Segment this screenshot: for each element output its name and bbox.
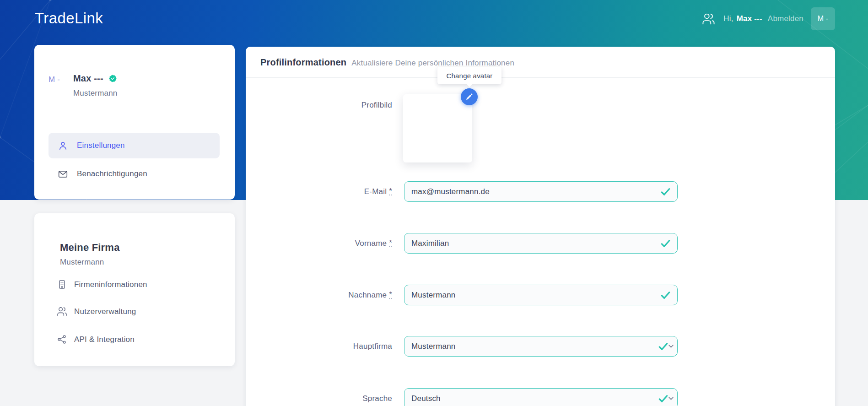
envelope-icon xyxy=(57,169,68,179)
chevron-down-icon xyxy=(669,345,674,348)
form-row-nachname: Nachname* xyxy=(246,285,835,305)
greeting-prefix: Hi, xyxy=(723,14,733,23)
valid-check-icon xyxy=(660,186,671,197)
sidebar-item-benachrichtigungen[interactable]: Benachrichtigungen xyxy=(49,161,220,187)
verified-badge-icon xyxy=(108,74,117,83)
sprache-select[interactable] xyxy=(404,388,678,406)
tradelink-logo[interactable]: TradeLink xyxy=(35,10,103,27)
email-label: E-Mail* xyxy=(246,181,392,202)
required-asterisk: * xyxy=(389,239,392,247)
sidebar-item-label: Firmeninformationen xyxy=(74,280,147,289)
profile-information-panel: Profilinformationen Aktualisiere Deine p… xyxy=(246,47,835,406)
pencil-icon xyxy=(465,93,473,101)
edit-avatar-button[interactable] xyxy=(461,88,478,105)
vorname-label: Vorname* xyxy=(246,233,392,254)
share-network-icon xyxy=(56,334,68,345)
form-row-sprache: Sprache xyxy=(246,388,835,406)
form-row-vorname: Vorname* xyxy=(246,233,835,254)
email-field[interactable] xyxy=(404,181,678,202)
profilbild-label: Profilbild xyxy=(246,101,392,110)
users-icon xyxy=(56,306,68,317)
sidebar-item-label: Nutzerverwaltung xyxy=(74,307,136,316)
valid-check-icon xyxy=(660,238,671,249)
profile-picture-box[interactable] xyxy=(403,94,472,162)
sidebar-item-api-integration[interactable]: API & Integration xyxy=(56,334,135,345)
change-avatar-tooltip: Change avatar xyxy=(437,67,501,84)
user-avatar-chip[interactable]: M - xyxy=(811,7,835,30)
form-row-email: E-Mail* xyxy=(246,181,835,202)
sprache-label: Sprache xyxy=(246,388,392,406)
form-row-hauptfirma: Hauptfirma xyxy=(246,336,835,357)
profile-initials: M - xyxy=(49,75,73,98)
tooltip-text: Change avatar xyxy=(446,72,492,80)
greeting-user-name: Max --- xyxy=(737,14,762,23)
sidebar-item-einstellungen[interactable]: Einstellungen xyxy=(49,133,220,158)
hauptfirma-label: Hauptfirma xyxy=(246,336,392,357)
vorname-field[interactable] xyxy=(404,233,678,254)
valid-check-icon xyxy=(660,289,671,301)
nachname-field[interactable] xyxy=(404,285,678,305)
logout-link[interactable]: Abmelden xyxy=(768,14,803,23)
sidebar-item-firmeninformationen[interactable]: Firmeninformationen xyxy=(56,279,147,290)
sidebar-item-nutzerverwaltung[interactable]: Nutzerverwaltung xyxy=(56,306,136,317)
sidebar-item-label: API & Integration xyxy=(74,335,135,344)
sidebar-item-label: Einstellungen xyxy=(77,141,125,150)
page-subtitle: Aktualisiere Deine persönlichen Informat… xyxy=(351,59,514,68)
valid-check-icon xyxy=(658,341,669,352)
topbar-user-area: Hi, Max --- Abmelden M - xyxy=(702,0,835,38)
header-divider xyxy=(246,77,835,78)
building-icon xyxy=(56,279,68,290)
users-icon xyxy=(702,12,715,26)
profile-sidebar-card: M - Max --- Mustermann Einstellungen xyxy=(34,45,235,200)
profile-company-name: Mustermann xyxy=(73,89,117,98)
required-asterisk: * xyxy=(389,188,392,195)
sidebar-item-label: Benachrichtigungen xyxy=(77,169,147,179)
profile-name: Max --- xyxy=(73,73,103,84)
person-icon xyxy=(57,141,68,151)
page-title: Profilinformationen xyxy=(260,57,346,68)
chevron-down-icon xyxy=(669,397,674,400)
company-sidebar-card: Meine Firma Mustermann Firmeninformation… xyxy=(34,213,235,366)
hauptfirma-select[interactable] xyxy=(404,336,678,357)
required-asterisk: * xyxy=(389,291,392,299)
company-card-title: Meine Firma xyxy=(60,242,120,254)
top-navigation-bar: TradeLink Hi, Max --- Abmelden M - xyxy=(0,0,868,38)
valid-check-icon xyxy=(658,393,669,404)
nachname-label: Nachname* xyxy=(246,285,392,305)
company-card-subtitle: Mustermann xyxy=(60,258,104,267)
profile-header: M - Max --- Mustermann xyxy=(49,73,226,98)
